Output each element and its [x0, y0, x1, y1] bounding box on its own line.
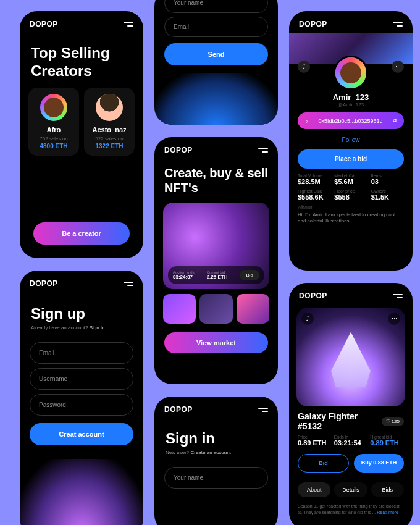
email-input[interactable]: Email	[164, 17, 268, 37]
like-count: 125	[392, 419, 400, 424]
creator-eth: 1322 ETH	[88, 143, 131, 149]
ends-value: 03:21:54	[334, 439, 368, 447]
tab-details[interactable]: Details	[334, 482, 367, 497]
page-title: Sign in	[154, 419, 278, 450]
brand-logo: DOPOP	[299, 292, 327, 300]
address-text: 0x5fdb2b0c5...b0325961d	[318, 118, 382, 124]
brand-logo: DOPOP	[30, 279, 58, 288]
menu-icon[interactable]	[393, 22, 403, 27]
screen-signup: DOPOP Sign up Already have an account? S…	[20, 271, 143, 525]
nft-artwork: ⤴ ⋯	[296, 308, 405, 406]
glow-decoration	[20, 459, 143, 525]
wallet-address[interactable]: ⬨ 0x5fdb2b0c5...b0325961d ⧉	[298, 112, 404, 129]
page-title: Create, buy & sell NFT's	[154, 159, 278, 203]
signin-link[interactable]: Sign in	[90, 325, 104, 330]
creator-card[interactable]: Afro 762 sales on 4800 ETH	[28, 88, 79, 156]
brand-logo: DOPOP	[299, 20, 327, 28]
stat-value: $558.6K	[298, 193, 330, 201]
avatar	[96, 94, 123, 121]
send-button[interactable]: Send	[164, 43, 268, 65]
auction-timer: 03:24:07	[173, 274, 195, 280]
creator-sub: 522 sales on	[88, 136, 131, 141]
stat-value: 03	[371, 178, 404, 185]
stat-value: $5.6M	[334, 178, 367, 185]
price-value: 0.89 ETH	[298, 439, 332, 447]
more-icon[interactable]: ⋯	[388, 313, 400, 325]
like-button[interactable]: ♡125	[382, 417, 404, 426]
screen-nft-detail: DOPOP ⤴ ⋯ Galaxy Fighter #5132 ♡125 Pric…	[289, 283, 413, 525]
stat-label: Owners	[371, 189, 404, 193]
creator-card[interactable]: Aesto_naz 522 sales on 1322 ETH	[84, 88, 135, 156]
profile-handle: @Amir_123	[289, 102, 413, 107]
share-icon[interactable]: ⤴	[301, 313, 314, 325]
brand-logo: DOPOP	[164, 146, 193, 154]
place-bid-button[interactable]: Place a bid	[298, 149, 404, 169]
more-icon[interactable]: ⋯	[392, 61, 404, 73]
stat-label: Total Volume	[298, 174, 330, 178]
buy-button[interactable]: Buy 0.88 ETH	[354, 454, 404, 472]
nft-description: Season 01 got reacted with the thing the…	[289, 501, 413, 518]
create-account-button[interactable]: Creat account	[30, 423, 133, 445]
page-title: Sign up	[20, 293, 143, 325]
stat-label: Market Cap	[334, 174, 367, 178]
about-label: About	[298, 204, 404, 211]
screen-signin: DOPOP Sign in New user? Create an accoun…	[154, 397, 278, 525]
screen-contact: Your name Email Send	[154, 0, 278, 125]
copy-icon[interactable]: ⧉	[393, 117, 397, 124]
nft-thumb[interactable]	[237, 294, 269, 324]
sub-text: Already have an account? Sign in	[20, 325, 143, 338]
brand-logo: DOPOP	[164, 405, 193, 414]
menu-icon[interactable]	[124, 22, 133, 27]
be-creator-button[interactable]: Be a creator	[33, 222, 130, 245]
about-text: Hi, I'm Amir. I am specialized in creati…	[298, 212, 404, 225]
creator-name: Aesto_naz	[88, 126, 131, 133]
profile-name: Amir_123	[289, 93, 413, 102]
nft-thumb[interactable]	[163, 294, 196, 324]
featured-nft[interactable]: Auction ends03:24:07 Current bid2.25 ETH…	[163, 203, 269, 289]
avatar	[40, 94, 67, 121]
stat-label: Floor price	[334, 189, 367, 193]
username-input[interactable]: Username	[30, 368, 133, 390]
password-input[interactable]: Password	[30, 394, 133, 416]
name-input[interactable]: Your name	[164, 467, 268, 489]
brand-logo: DOPOP	[30, 20, 58, 28]
menu-icon[interactable]	[124, 282, 133, 286]
screen-market: DOPOP Create, buy & sell NFT's Auction e…	[154, 137, 278, 384]
nft-name: Galaxy Fighter #5132	[298, 411, 382, 431]
stat-value: $558	[334, 193, 367, 201]
stat-label: Price	[298, 435, 332, 439]
stat-label: Items	[371, 174, 404, 178]
bid-button[interactable]: Bid	[240, 270, 259, 280]
bid-button[interactable]: Bid	[298, 454, 349, 472]
eth-icon: ⬨	[305, 118, 308, 124]
read-more-link[interactable]: Read more	[377, 510, 398, 514]
email-input[interactable]: Email	[30, 342, 133, 364]
screen-profile: DOPOP ⤴ ⋯ Amir_123 @Amir_123 ⬨ 0x5fdb2b0…	[289, 11, 413, 271]
creator-name: Afro	[32, 126, 75, 133]
name-input[interactable]: Your name	[164, 0, 268, 13]
create-account-link[interactable]: Create an account	[190, 450, 230, 455]
stat-label: Highest bid	[370, 435, 404, 439]
stat-label: Highest Sale	[298, 189, 330, 193]
tab-about[interactable]: About	[298, 482, 330, 497]
stat-value: $1.5K	[371, 193, 404, 201]
sub-text: New user? Create an account	[154, 450, 278, 463]
glow-decoration	[154, 73, 278, 125]
bid-value: 2.25 ETH	[207, 274, 228, 280]
page-title: Top Selling Creators	[20, 33, 143, 88]
tab-bids[interactable]: Bids	[371, 482, 404, 497]
creator-eth: 4800 ETH	[32, 143, 75, 149]
share-icon[interactable]: ⤴	[298, 61, 310, 73]
menu-icon[interactable]	[258, 148, 268, 153]
high-bid-value: 0.89 ETH	[370, 439, 404, 447]
stat-label: Ends in	[334, 435, 368, 439]
menu-icon[interactable]	[393, 294, 403, 298]
stat-value: $28.5M	[298, 178, 330, 185]
screen-top-creators: DOPOP Top Selling Creators Afro 762 sale…	[20, 11, 143, 258]
profile-avatar	[334, 56, 368, 90]
view-market-button[interactable]: View market	[164, 332, 268, 353]
creator-sub: 762 sales on	[32, 136, 75, 141]
nft-thumb[interactable]	[200, 294, 232, 324]
follow-button[interactable]: Follow	[289, 133, 413, 147]
menu-icon[interactable]	[258, 408, 268, 412]
